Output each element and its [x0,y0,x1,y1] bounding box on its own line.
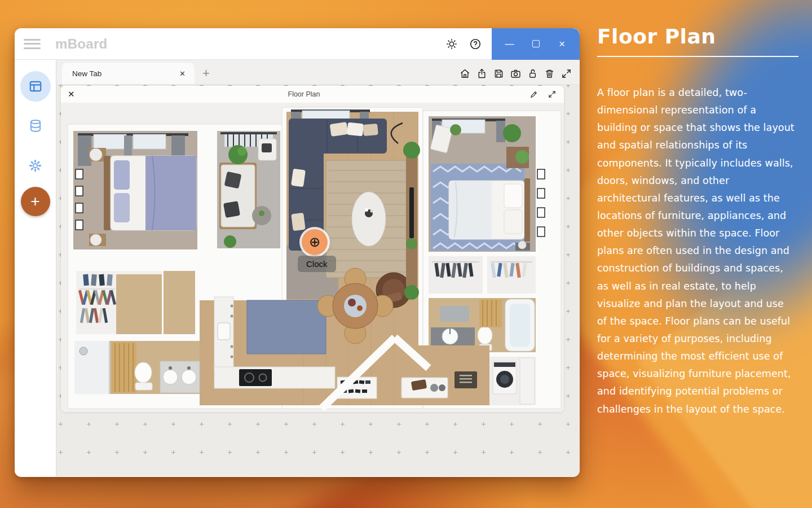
room-bathroom-left [74,341,200,394]
gear-icon [28,159,42,173]
add-widget-button[interactable]: + [21,187,50,216]
tab-bar: New Tab ✕ + [56,60,580,85]
share-icon[interactable] [475,67,488,80]
home-icon[interactable] [458,67,471,80]
room-study [217,131,280,248]
database-icon [28,119,43,133]
mboard-window: mBoard [15,28,580,477]
toolbar [458,67,580,80]
widget-title: Floor Plan [79,90,529,98]
app-title: mBoard [55,36,107,52]
sidebar-item-database[interactable] [28,119,43,133]
edit-pencil-icon[interactable] [529,89,539,99]
new-tab-button[interactable]: + [202,67,210,80]
sidebar: + [15,60,56,476]
side-panel: Floor Plan A floor plan is a detailed, t… [597,25,799,418]
layout-icon [28,79,43,94]
lock-open-icon[interactable] [526,67,539,80]
floor-plan-image [61,103,564,412]
help-icon[interactable] [466,34,485,54]
board-canvas[interactable]: ✕ Floor Plan [56,85,580,476]
room-living [286,110,420,405]
canvas-add-button[interactable]: ⊕ [302,229,328,255]
titlebar: mBoard [15,28,580,60]
widget-header: ✕ Floor Plan [61,86,564,103]
room-closet-left [76,271,162,334]
tab-label: New Tab [72,69,177,78]
sidebar-item-settings[interactable] [28,159,42,173]
panel-description: A floor plan is a detailed, two-dimensio… [597,84,796,418]
room-bathroom-right [429,298,536,352]
widget-close-icon[interactable]: ✕ [68,89,79,99]
save-icon[interactable] [492,67,505,80]
expand-icon[interactable] [560,67,573,80]
sidebar-item-boards[interactable] [20,71,51,102]
desktop-wallpaper: mBoard [0,0,812,508]
window-controls: — × [492,28,580,60]
room-master-bedroom [73,131,197,249]
trash-icon[interactable] [543,67,556,80]
minimize-button[interactable]: — [501,40,518,49]
maximize-icon [532,40,540,47]
widget-expand-icon[interactable] [547,89,557,99]
panel-divider [597,56,798,57]
tab-new-tab[interactable]: New Tab ✕ [62,63,195,84]
maximize-button[interactable] [527,39,544,49]
room-closets-right [429,256,536,294]
tab-close-icon[interactable]: ✕ [177,68,188,79]
hamburger-menu-icon[interactable] [24,36,41,51]
room-bedroom2 [429,116,545,252]
panel-title: Floor Plan [597,25,799,48]
brightness-icon[interactable] [442,34,461,54]
camera-icon[interactable] [509,67,522,80]
close-button[interactable]: × [554,38,571,49]
